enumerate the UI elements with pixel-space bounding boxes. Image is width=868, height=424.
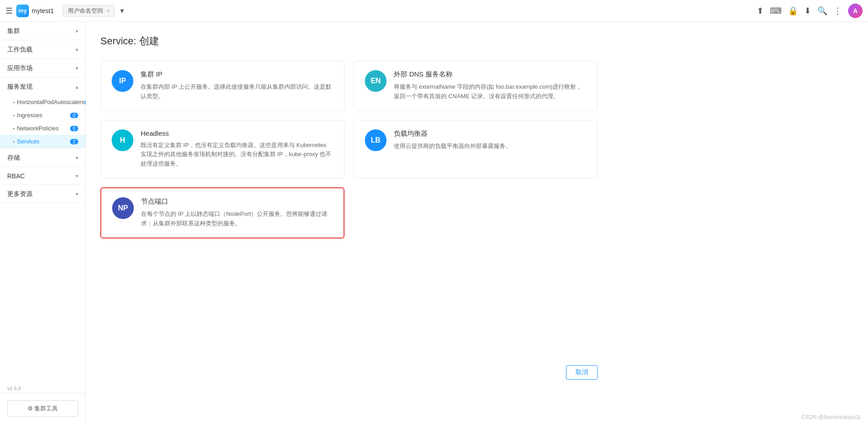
menu-icon[interactable]: ☰: [5, 6, 13, 16]
project-name: mytest1: [32, 7, 54, 14]
topbar-logo: my mytest1: [16, 5, 54, 17]
cancel-button[interactable]: 取消: [566, 365, 598, 380]
node-port-desc: 在每个节点的 IP 上以静态端口（NodePort）公开服务。您将能够通过请求：…: [141, 210, 333, 229]
sidebar: 集群 ▾ 工作负载 ▾ 应用市场 ▾ 服务发现 ▴: [0, 22, 86, 424]
load-balancer-title: 负载均衡器: [394, 129, 586, 138]
sidebar-item-more[interactable]: 更多资源 ▾: [0, 185, 85, 203]
more-icon[interactable]: ⋮: [834, 6, 842, 16]
sidebar-section-storage: 存储 ▾: [0, 148, 85, 167]
headless-desc: 既没有定义集群 IP，也没有定义负载均衡器。这些是用来与 Kubernetes …: [141, 141, 333, 169]
lock-icon[interactable]: 🔒: [788, 6, 798, 16]
file-icon: ▪: [13, 112, 14, 119]
download-icon[interactable]: ⬇: [804, 6, 811, 16]
load-balancer-desc: 使用云提供商的负载平衡器向外部暴露服务。: [394, 142, 586, 151]
cluster-ip-avatar: IP: [112, 70, 133, 92]
topbar: ☰ my mytest1 用户命名空间 × ▾ ⬆ ⌨ 🔒 ⬇ 🔍 ⋮ A: [0, 0, 868, 22]
service-type-grid: IP 集群 IP 在集群内部 IP 上公开服务。选择此值使服务只能从集群内部访问…: [100, 61, 598, 238]
namespace-label: 用户命名空间: [68, 7, 103, 15]
external-dns-avatar: EN: [365, 70, 387, 92]
chevron-down-icon: ▾: [75, 47, 78, 53]
file-icon: ▪: [13, 99, 14, 105]
chevron-down-icon: ▾: [75, 28, 78, 34]
sidebar-section-service-discovery: 服务发现 ▴ ▪ HorizontalPodAutoscalers 0 ▪ In…: [0, 77, 85, 148]
sidebar-version: v2.6.3: [0, 382, 85, 393]
sidebar-item-services[interactable]: ▪ Services 2: [0, 135, 85, 148]
namespace-dropdown-icon[interactable]: ▾: [120, 6, 124, 15]
chevron-down-icon: ▾: [75, 65, 78, 71]
chevron-up-icon: ▴: [75, 84, 78, 90]
chevron-down-icon: ▾: [75, 155, 78, 161]
sidebar-item-service-discovery[interactable]: 服务发现 ▴: [0, 77, 85, 95]
sidebar-item-networkpolicies[interactable]: ▪ NetworkPolicies 0: [0, 122, 85, 135]
sidebar-section-more: 更多资源 ▾: [0, 185, 85, 203]
logo-icon: my: [16, 5, 29, 17]
external-dns-desc: 将服务与 externalName 字段的内容(如 foo.bar.exampl…: [394, 82, 586, 101]
sidebar-section-workload: 工作负载 ▾: [0, 40, 85, 59]
chevron-down-icon: ▾: [75, 173, 78, 179]
cluster-tools-button[interactable]: ⚙ 集群工具: [7, 400, 78, 417]
service-card-headless[interactable]: H Headless 既没有定义集群 IP，也没有定义负载均衡器。这些是用来与 …: [100, 120, 344, 178]
service-card-cluster-ip[interactable]: IP 集群 IP 在集群内部 IP 上公开服务。选择此值使服务只能从集群内部访问…: [100, 61, 344, 111]
sidebar-footer: ⚙ 集群工具: [0, 393, 85, 424]
load-balancer-avatar: LB: [365, 129, 387, 151]
sidebar-item-ingresses[interactable]: ▪ Ingresses 0: [0, 109, 85, 122]
node-port-title: 节点端口: [141, 197, 333, 206]
headless-avatar: H: [112, 129, 133, 151]
sidebar-section-appmarket: 应用市场 ▾: [0, 59, 85, 77]
chevron-down-icon: ▾: [75, 191, 78, 197]
sidebar-item-workload[interactable]: 工作负载 ▾: [0, 40, 85, 58]
topbar-actions: ⬆ ⌨ 🔒 ⬇ 🔍 ⋮ A: [757, 4, 863, 18]
node-port-avatar: NP: [112, 197, 134, 219]
headless-title: Headless: [141, 129, 333, 137]
service-card-load-balancer[interactable]: LB 负载均衡器 使用云提供商的负载平衡器向外部暴露服务。: [354, 120, 598, 178]
terminal-icon[interactable]: ⌨: [770, 6, 782, 16]
service-card-node-port[interactable]: NP 节点端口 在每个节点的 IP 上以静态端口（NodePort）公开服务。您…: [100, 187, 344, 238]
search-icon[interactable]: 🔍: [817, 6, 827, 16]
sidebar-item-hpa[interactable]: ▪ HorizontalPodAutoscalers 0: [0, 95, 85, 109]
file-icon: ▪: [13, 138, 14, 145]
external-dns-title: 外部 DNS 服务名称: [394, 70, 586, 79]
sidebar-section-rbac: RBAC ▾: [0, 167, 85, 185]
namespace-tag[interactable]: 用户命名空间 ×: [63, 5, 115, 17]
file-icon: ▪: [13, 125, 14, 132]
sidebar-section-cluster: 集群 ▾: [0, 22, 85, 40]
namespace-close-icon[interactable]: ×: [107, 8, 110, 14]
sidebar-item-storage[interactable]: 存储 ▾: [0, 148, 85, 167]
cluster-ip-title: 集群 IP: [141, 70, 333, 79]
service-card-external-dns[interactable]: EN 外部 DNS 服务名称 将服务与 externalName 字段的内容(如…: [354, 61, 598, 111]
main-content: Service: 创建 IP 集群 IP 在集群内部 IP 上公开服务。选择此值…: [86, 22, 868, 424]
layout: 集群 ▾ 工作负载 ▾ 应用市场 ▾ 服务发现 ▴: [0, 22, 868, 424]
upload-icon[interactable]: ⬆: [757, 6, 764, 16]
avatar[interactable]: A: [848, 4, 863, 18]
watermark: CSDN @fanrenxiaoyu01: [801, 414, 861, 420]
sidebar-item-cluster[interactable]: 集群 ▾: [0, 22, 85, 40]
sidebar-item-rbac[interactable]: RBAC ▾: [0, 167, 85, 184]
sidebar-item-appmarket[interactable]: 应用市场 ▾: [0, 59, 85, 77]
page-title: Service: 创建: [100, 34, 854, 48]
cluster-ip-desc: 在集群内部 IP 上公开服务。选择此值使服务只能从集群内部访问。这是默认类型。: [141, 82, 333, 101]
